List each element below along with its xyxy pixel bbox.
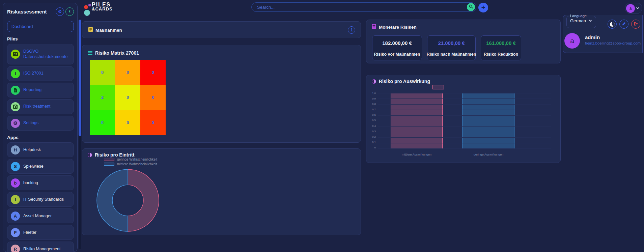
stat-value: 21.000,00 €: [438, 40, 465, 46]
donut-slice-mittlere[interactable]: [97, 169, 128, 231]
stat-label: Risiko nach Maßnahmen: [427, 52, 476, 57]
card-title: Risiko pro Auswirkung: [379, 79, 430, 84]
y-axis-tick: 0,7: [372, 109, 376, 111]
sidebar-item-helpdesk[interactable]: H Helpdesk: [7, 142, 74, 157]
sidebar-item-risiko-management[interactable]: R Risiko Management: [7, 242, 74, 252]
username: admin: [585, 34, 600, 40]
matrix-cell[interactable]: 0: [90, 110, 115, 135]
note-icon: [88, 27, 93, 33]
sidebar-item-label: Asset Manager: [23, 214, 52, 218]
sidebar-item-label: ISO 27001: [23, 71, 44, 76]
sidebar-item-label: Spielwiese: [23, 164, 44, 169]
sidebar-item-iso27001[interactable]: I ISO 27001: [7, 66, 74, 81]
app-initial-icon: A: [11, 212, 20, 221]
sidebar-scrollbar-thumb[interactable]: [79, 20, 81, 136]
sidebar-item-label: IT Security Standards: [23, 197, 64, 202]
language-select[interactable]: Language German: [566, 14, 596, 28]
legend-label: mittlere Wahrscheinlichkeit: [117, 162, 157, 166]
sidebar-item-label: Fleeter: [23, 230, 36, 235]
legend-item[interactable]: geringe Wahrscheinlichkeit: [104, 158, 157, 161]
sidebar-item-label: Helpdesk: [23, 147, 41, 152]
sidebar-scrollbar-track[interactable]: [79, 19, 81, 249]
sidebar-item-it-security-standards[interactable]: I IT Security Standards: [7, 192, 74, 207]
matrix-cell[interactable]: 0: [115, 60, 140, 85]
sidebar-item-label: booking: [23, 180, 38, 185]
gridline: [378, 137, 551, 138]
search-button[interactable]: [467, 3, 475, 11]
matrix-cell[interactable]: 0: [140, 110, 166, 135]
sidebar: Riskassessment ⚙ ‹ Dashboard Piles DSGVO…: [3, 3, 78, 252]
eintritt-legend-swatch-0: [104, 158, 114, 161]
y-axis-tick: 1,0: [372, 92, 376, 94]
bar-chart-yaxis: 1,00,90,80,70,60,50,40,30,20,10: [369, 92, 376, 148]
y-axis-tick: 0,8: [372, 103, 376, 105]
gridline: [378, 110, 551, 110]
y-axis-tick: 0,5: [372, 119, 376, 121]
stat-value: 161.000,00 €: [486, 40, 516, 46]
stat-risk-after: 21.000,00 € Risiko nach Maßnahmen: [427, 35, 476, 60]
chevron-down-icon: [636, 6, 639, 9]
app-initial-icon: S: [11, 162, 20, 171]
sidebar-item-dsgvo[interactable]: DSGVO Datenschutzdokumente: [7, 44, 74, 64]
stat-risk-before: 182.000,00 € Risiko vor Maßnahmen: [372, 35, 422, 60]
gridline: [378, 148, 551, 149]
matrix-cell[interactable]: 0: [90, 60, 115, 85]
user-email: heinz.boelling@spoo-group.com: [585, 41, 641, 45]
matrix-cell[interactable]: 0: [115, 110, 140, 135]
sidebar-item-risk-treatment[interactable]: Risk treatment: [7, 99, 74, 114]
logo-dot-teal: [84, 10, 90, 16]
massnahmen-count-badge[interactable]: 1: [348, 26, 355, 34]
stat-value: 182.000,00 €: [382, 40, 412, 46]
archive-icon: [11, 102, 20, 111]
y-axis-tick: 0,1: [372, 141, 376, 143]
y-axis-tick: 0,3: [372, 131, 376, 133]
bar-chart-legend-swatch[interactable]: [432, 85, 444, 89]
sidebar-item-dashboard[interactable]: Dashboard: [7, 21, 74, 32]
sidebar-collapse-button[interactable]: ‹: [65, 7, 74, 16]
gear-icon: ⚙: [58, 9, 62, 14]
sidebar-item-settings[interactable]: ⚙ Settings: [7, 116, 74, 131]
dark-mode-button[interactable]: [608, 20, 617, 29]
app-initial-icon: R: [11, 245, 20, 252]
add-button[interactable]: +: [478, 3, 488, 12]
donut-chart[interactable]: [96, 168, 160, 232]
gridline: [378, 121, 551, 121]
sidebar-header: Riskassessment ⚙ ‹: [7, 6, 74, 17]
x-axis-label: geringe Auswirkungen: [455, 153, 522, 156]
riskassessment-dashboard: Riskassessment ⚙ ‹ Dashboard Piles DSGVO…: [0, 0, 644, 252]
pie-chart-icon: [88, 153, 92, 157]
document-icon: [11, 86, 20, 95]
sidebar-item-booking[interactable]: b booking: [7, 175, 74, 190]
sidebar-item-fleeter[interactable]: F Fleeter: [7, 225, 74, 240]
edit-profile-button[interactable]: [619, 20, 628, 29]
sidebar-item-label: Risiko Management: [23, 247, 60, 251]
donut-slice-geringe[interactable]: [128, 169, 159, 231]
matrix-cell[interactable]: 0: [140, 85, 166, 110]
search-bar: [251, 2, 476, 12]
plus-icon: +: [481, 4, 485, 11]
pie-chart-icon: [372, 79, 376, 84]
pencil-icon: [622, 22, 626, 27]
matrix-cell[interactable]: 0: [115, 85, 140, 110]
sidebar-settings-button[interactable]: ⚙: [56, 7, 64, 16]
user-menu-button[interactable]: a: [625, 3, 642, 14]
gridline: [378, 93, 551, 93]
matrix-cell[interactable]: 2: [90, 85, 115, 110]
piles-and-cards-logo: PILES &CARDS: [83, 2, 120, 14]
logout-button[interactable]: [631, 20, 640, 29]
bar-chart: 1,00,90,80,70,60,50,40,30,20,10 mittlere…: [369, 92, 557, 160]
search-input[interactable]: [257, 3, 459, 11]
y-axis-tick: 0,6: [372, 114, 376, 116]
sidebar-item-reporting[interactable]: Reporting: [7, 83, 74, 97]
risk-matrix-grid: 000200000: [90, 60, 166, 135]
sidebar-item-asset-manager[interactable]: A Asset Manager: [7, 208, 74, 223]
app-initial-icon: F: [11, 228, 20, 237]
search-icon: [469, 4, 473, 10]
sidebar-item-label: Reporting: [23, 87, 41, 93]
sidebar-item-spielwiese[interactable]: S Spielwiese: [7, 159, 74, 174]
legend-item[interactable]: mittlere Wahrscheinlichkeit: [104, 162, 157, 166]
matrix-cell[interactable]: 0: [140, 60, 166, 85]
stat-label: Risiko Reduktion: [484, 52, 518, 57]
risk-per-occurrence-card: Risiko pro Eintritt geringe Wahrscheinli…: [82, 148, 361, 235]
gear-icon: ⚙: [11, 119, 20, 128]
